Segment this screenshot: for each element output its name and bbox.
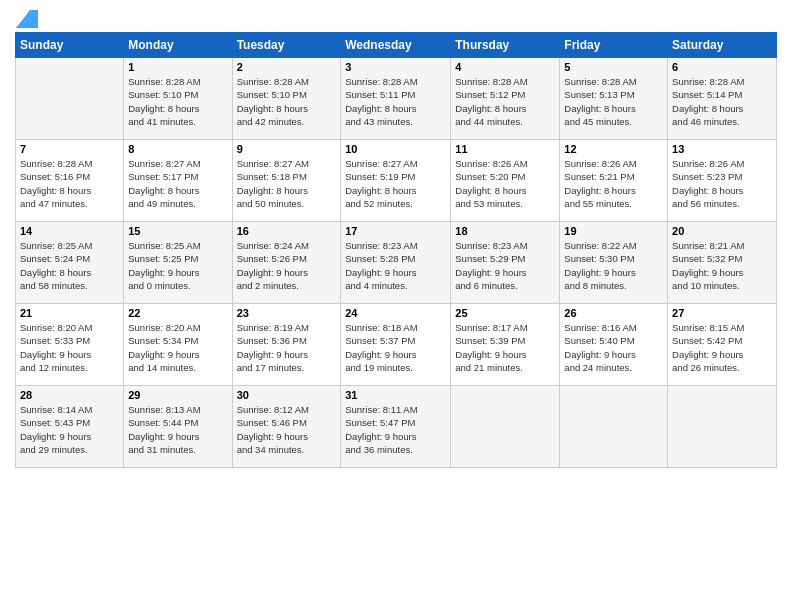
- day-number: 26: [564, 307, 663, 319]
- day-info: Sunrise: 8:26 AMSunset: 5:20 PMDaylight:…: [455, 157, 555, 210]
- day-number: 15: [128, 225, 227, 237]
- day-info: Sunrise: 8:17 AMSunset: 5:39 PMDaylight:…: [455, 321, 555, 374]
- day-info: Sunrise: 8:25 AMSunset: 5:24 PMDaylight:…: [20, 239, 119, 292]
- day-cell: 11Sunrise: 8:26 AMSunset: 5:20 PMDayligh…: [451, 140, 560, 222]
- day-number: 25: [455, 307, 555, 319]
- day-info: Sunrise: 8:25 AMSunset: 5:25 PMDaylight:…: [128, 239, 227, 292]
- week-row-5: 28Sunrise: 8:14 AMSunset: 5:43 PMDayligh…: [16, 386, 777, 468]
- day-info: Sunrise: 8:20 AMSunset: 5:33 PMDaylight:…: [20, 321, 119, 374]
- day-cell: 26Sunrise: 8:16 AMSunset: 5:40 PMDayligh…: [560, 304, 668, 386]
- day-info: Sunrise: 8:24 AMSunset: 5:26 PMDaylight:…: [237, 239, 337, 292]
- day-number: 24: [345, 307, 446, 319]
- week-row-1: 1Sunrise: 8:28 AMSunset: 5:10 PMDaylight…: [16, 58, 777, 140]
- day-number: 22: [128, 307, 227, 319]
- day-info: Sunrise: 8:18 AMSunset: 5:37 PMDaylight:…: [345, 321, 446, 374]
- day-number: 20: [672, 225, 772, 237]
- day-cell: 29Sunrise: 8:13 AMSunset: 5:44 PMDayligh…: [124, 386, 232, 468]
- weekday-header-monday: Monday: [124, 33, 232, 58]
- day-number: 16: [237, 225, 337, 237]
- day-number: 28: [20, 389, 119, 401]
- day-number: 23: [237, 307, 337, 319]
- day-number: 19: [564, 225, 663, 237]
- day-info: Sunrise: 8:28 AMSunset: 5:11 PMDaylight:…: [345, 75, 446, 128]
- day-info: Sunrise: 8:15 AMSunset: 5:42 PMDaylight:…: [672, 321, 772, 374]
- day-number: 5: [564, 61, 663, 73]
- day-number: 9: [237, 143, 337, 155]
- day-cell: 16Sunrise: 8:24 AMSunset: 5:26 PMDayligh…: [232, 222, 341, 304]
- day-number: 30: [237, 389, 337, 401]
- day-cell: [451, 386, 560, 468]
- day-cell: 24Sunrise: 8:18 AMSunset: 5:37 PMDayligh…: [341, 304, 451, 386]
- day-info: Sunrise: 8:14 AMSunset: 5:43 PMDaylight:…: [20, 403, 119, 456]
- week-row-2: 7Sunrise: 8:28 AMSunset: 5:16 PMDaylight…: [16, 140, 777, 222]
- day-info: Sunrise: 8:26 AMSunset: 5:23 PMDaylight:…: [672, 157, 772, 210]
- day-number: 17: [345, 225, 446, 237]
- header: [15, 10, 777, 24]
- day-number: 13: [672, 143, 772, 155]
- day-info: Sunrise: 8:13 AMSunset: 5:44 PMDaylight:…: [128, 403, 227, 456]
- weekday-header-thursday: Thursday: [451, 33, 560, 58]
- day-number: 1: [128, 61, 227, 73]
- day-cell: 17Sunrise: 8:23 AMSunset: 5:28 PMDayligh…: [341, 222, 451, 304]
- day-info: Sunrise: 8:28 AMSunset: 5:14 PMDaylight:…: [672, 75, 772, 128]
- day-info: Sunrise: 8:21 AMSunset: 5:32 PMDaylight:…: [672, 239, 772, 292]
- day-info: Sunrise: 8:28 AMSunset: 5:16 PMDaylight:…: [20, 157, 119, 210]
- page: SundayMondayTuesdayWednesdayThursdayFrid…: [0, 0, 792, 612]
- day-cell: 10Sunrise: 8:27 AMSunset: 5:19 PMDayligh…: [341, 140, 451, 222]
- day-number: 14: [20, 225, 119, 237]
- day-info: Sunrise: 8:27 AMSunset: 5:18 PMDaylight:…: [237, 157, 337, 210]
- day-info: Sunrise: 8:22 AMSunset: 5:30 PMDaylight:…: [564, 239, 663, 292]
- logo: [15, 10, 38, 24]
- day-cell: 7Sunrise: 8:28 AMSunset: 5:16 PMDaylight…: [16, 140, 124, 222]
- day-cell: 28Sunrise: 8:14 AMSunset: 5:43 PMDayligh…: [16, 386, 124, 468]
- week-row-3: 14Sunrise: 8:25 AMSunset: 5:24 PMDayligh…: [16, 222, 777, 304]
- day-cell: 22Sunrise: 8:20 AMSunset: 5:34 PMDayligh…: [124, 304, 232, 386]
- day-cell: 13Sunrise: 8:26 AMSunset: 5:23 PMDayligh…: [668, 140, 777, 222]
- day-number: 10: [345, 143, 446, 155]
- day-cell: 30Sunrise: 8:12 AMSunset: 5:46 PMDayligh…: [232, 386, 341, 468]
- day-cell: 2Sunrise: 8:28 AMSunset: 5:10 PMDaylight…: [232, 58, 341, 140]
- day-cell: 12Sunrise: 8:26 AMSunset: 5:21 PMDayligh…: [560, 140, 668, 222]
- day-cell: [668, 386, 777, 468]
- day-number: 29: [128, 389, 227, 401]
- day-cell: [16, 58, 124, 140]
- day-info: Sunrise: 8:26 AMSunset: 5:21 PMDaylight:…: [564, 157, 663, 210]
- day-cell: 20Sunrise: 8:21 AMSunset: 5:32 PMDayligh…: [668, 222, 777, 304]
- weekday-header-sunday: Sunday: [16, 33, 124, 58]
- day-number: 4: [455, 61, 555, 73]
- weekday-header-saturday: Saturday: [668, 33, 777, 58]
- day-number: 8: [128, 143, 227, 155]
- day-cell: 9Sunrise: 8:27 AMSunset: 5:18 PMDaylight…: [232, 140, 341, 222]
- calendar: SundayMondayTuesdayWednesdayThursdayFrid…: [15, 32, 777, 468]
- day-info: Sunrise: 8:27 AMSunset: 5:19 PMDaylight:…: [345, 157, 446, 210]
- weekday-header-wednesday: Wednesday: [341, 33, 451, 58]
- svg-marker-1: [16, 10, 38, 28]
- day-info: Sunrise: 8:27 AMSunset: 5:17 PMDaylight:…: [128, 157, 227, 210]
- day-number: 27: [672, 307, 772, 319]
- day-info: Sunrise: 8:23 AMSunset: 5:28 PMDaylight:…: [345, 239, 446, 292]
- day-cell: 21Sunrise: 8:20 AMSunset: 5:33 PMDayligh…: [16, 304, 124, 386]
- day-cell: 27Sunrise: 8:15 AMSunset: 5:42 PMDayligh…: [668, 304, 777, 386]
- day-cell: 18Sunrise: 8:23 AMSunset: 5:29 PMDayligh…: [451, 222, 560, 304]
- logo-icon: [16, 10, 38, 28]
- day-number: 3: [345, 61, 446, 73]
- day-number: 2: [237, 61, 337, 73]
- day-cell: 14Sunrise: 8:25 AMSunset: 5:24 PMDayligh…: [16, 222, 124, 304]
- day-cell: 25Sunrise: 8:17 AMSunset: 5:39 PMDayligh…: [451, 304, 560, 386]
- weekday-header-row: SundayMondayTuesdayWednesdayThursdayFrid…: [16, 33, 777, 58]
- day-cell: 5Sunrise: 8:28 AMSunset: 5:13 PMDaylight…: [560, 58, 668, 140]
- day-number: 31: [345, 389, 446, 401]
- day-info: Sunrise: 8:11 AMSunset: 5:47 PMDaylight:…: [345, 403, 446, 456]
- day-info: Sunrise: 8:28 AMSunset: 5:13 PMDaylight:…: [564, 75, 663, 128]
- day-cell: 3Sunrise: 8:28 AMSunset: 5:11 PMDaylight…: [341, 58, 451, 140]
- day-number: 7: [20, 143, 119, 155]
- day-info: Sunrise: 8:16 AMSunset: 5:40 PMDaylight:…: [564, 321, 663, 374]
- day-info: Sunrise: 8:12 AMSunset: 5:46 PMDaylight:…: [237, 403, 337, 456]
- day-cell: 31Sunrise: 8:11 AMSunset: 5:47 PMDayligh…: [341, 386, 451, 468]
- day-cell: 4Sunrise: 8:28 AMSunset: 5:12 PMDaylight…: [451, 58, 560, 140]
- day-info: Sunrise: 8:23 AMSunset: 5:29 PMDaylight:…: [455, 239, 555, 292]
- day-number: 18: [455, 225, 555, 237]
- day-cell: 8Sunrise: 8:27 AMSunset: 5:17 PMDaylight…: [124, 140, 232, 222]
- day-info: Sunrise: 8:28 AMSunset: 5:10 PMDaylight:…: [128, 75, 227, 128]
- day-cell: 6Sunrise: 8:28 AMSunset: 5:14 PMDaylight…: [668, 58, 777, 140]
